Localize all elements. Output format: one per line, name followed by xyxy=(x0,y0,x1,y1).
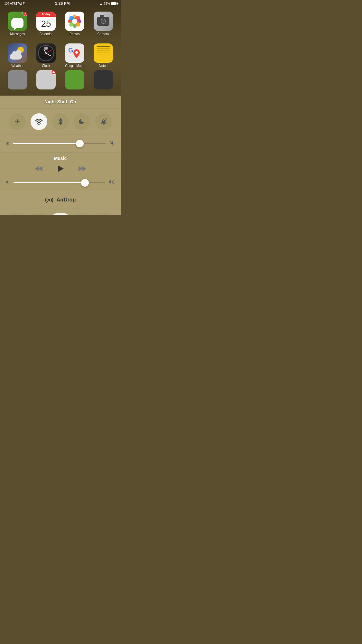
brightness-row: ☀ ☀ xyxy=(0,135,121,153)
camera-label: Camera xyxy=(97,32,109,36)
notes-lines xyxy=(97,46,110,56)
app-item-maps[interactable]: G Google Maps xyxy=(60,41,89,70)
messages-bubble xyxy=(11,18,23,28)
timer-button[interactable] xyxy=(31,213,47,215)
app-item-weather[interactable]: Weather xyxy=(3,41,32,70)
notes-line-3 xyxy=(97,50,110,51)
volume-slider[interactable] xyxy=(14,182,105,183)
volume-fill xyxy=(14,182,85,183)
partial-icon-1[interactable] xyxy=(8,70,27,89)
messages-label: Messages xyxy=(10,32,25,36)
weather-cloud xyxy=(10,54,22,60)
brightness-fill xyxy=(13,143,80,144)
app-item-messages[interactable]: 7 Messages xyxy=(3,9,32,38)
app-item-camera[interactable]: Camera xyxy=(89,9,117,38)
calculator-button[interactable] xyxy=(74,213,90,215)
svg-point-8 xyxy=(72,19,77,24)
airdrop-section[interactable]: AirDrop xyxy=(0,191,121,209)
clock-label: Clock xyxy=(42,64,50,68)
partial-badge: 22 xyxy=(51,70,56,75)
svg-marker-19 xyxy=(79,166,82,171)
svg-marker-21 xyxy=(6,180,8,184)
clock-face xyxy=(38,45,54,61)
brightness-thumb[interactable] xyxy=(76,140,84,147)
partial-icon-3[interactable] xyxy=(65,70,84,89)
messages-icon[interactable]: 7 xyxy=(8,12,27,31)
svg-point-12 xyxy=(38,124,40,125)
screen-brightness-button[interactable] xyxy=(52,213,69,215)
messages-badge: 7 xyxy=(23,12,27,16)
volume-min-icon xyxy=(5,180,10,186)
maps-icon[interactable]: G xyxy=(65,43,84,63)
play-button[interactable] xyxy=(56,164,65,174)
volume-max-icon xyxy=(108,179,116,186)
clock-icon[interactable] xyxy=(36,43,56,63)
rotation-lock-toggle[interactable] xyxy=(95,113,112,130)
time-display: 1:26 PM xyxy=(55,1,70,6)
calendar-month: Friday xyxy=(36,12,56,17)
photos-label: Photos xyxy=(70,32,79,36)
fast-forward-button[interactable] xyxy=(78,165,87,174)
night-shift-label: Night Shift: On xyxy=(44,99,76,104)
app-item-calendar[interactable]: Friday 25 Calendar xyxy=(32,9,60,38)
moon-icon xyxy=(78,118,86,126)
camera-lens xyxy=(101,19,106,24)
maps-svg: G xyxy=(65,43,84,63)
notes-line-1 xyxy=(97,46,110,47)
battery-fill xyxy=(111,2,116,5)
svg-marker-18 xyxy=(58,165,64,172)
music-controls xyxy=(5,164,116,174)
rotation-lock-icon xyxy=(100,118,107,126)
volume-row xyxy=(5,179,116,186)
toggle-row: ✈ xyxy=(0,109,121,135)
camera-icon[interactable] xyxy=(94,12,113,31)
flashlight-button[interactable] xyxy=(9,213,26,215)
notes-icon[interactable] xyxy=(94,43,113,63)
app-grid-row3-partial: 22 xyxy=(0,70,121,89)
partial-icon-2[interactable]: 22 xyxy=(36,70,56,89)
app-item-photos[interactable]: Photos xyxy=(60,9,89,38)
volume-high-svg xyxy=(108,179,116,185)
volume-thumb[interactable] xyxy=(81,179,89,187)
battery-icon xyxy=(111,2,117,5)
brightness-max-icon: ☀ xyxy=(109,139,116,148)
app-grid-row2: Weather xyxy=(0,38,121,70)
status-bar: -102 AT&T Wi-Fi 1:26 PM ▲ 99% xyxy=(0,0,121,6)
partial-app-2[interactable]: 22 xyxy=(32,70,60,89)
camera-shortcut-button[interactable] xyxy=(95,213,112,215)
partial-app-1[interactable] xyxy=(3,70,32,89)
svg-marker-22 xyxy=(109,180,111,184)
camera-body xyxy=(97,17,109,26)
airplane-mode-toggle[interactable]: ✈ xyxy=(9,113,26,130)
app-grid-row1: 7 Messages Friday 25 Calendar xyxy=(0,6,121,38)
bluetooth-toggle[interactable] xyxy=(52,113,69,130)
svg-rect-15 xyxy=(103,120,105,121)
do-not-disturb-toggle[interactable] xyxy=(74,113,90,130)
photos-icon[interactable] xyxy=(65,12,84,31)
wifi-toggle[interactable] xyxy=(31,113,47,130)
svg-marker-17 xyxy=(39,166,42,171)
fast-forward-icon xyxy=(78,165,87,173)
battery-percent: 99% xyxy=(104,2,110,5)
app-item-clock[interactable]: Clock xyxy=(32,41,60,70)
partial-icon-4[interactable] xyxy=(94,70,113,89)
brightness-slider[interactable] xyxy=(13,143,106,144)
music-section: Music xyxy=(0,153,121,191)
rewind-icon xyxy=(34,165,43,173)
location-icon: ▲ xyxy=(99,2,103,5)
partial-app-3[interactable] xyxy=(60,70,89,89)
partial-app-4[interactable] xyxy=(89,70,117,89)
svg-point-23 xyxy=(48,199,50,201)
calendar-icon[interactable]: Friday 25 xyxy=(36,12,56,31)
rewind-button[interactable] xyxy=(34,165,43,174)
app-item-notes[interactable]: Notes xyxy=(89,41,117,70)
maps-label: Google Maps xyxy=(65,64,84,68)
music-title: Music xyxy=(5,156,116,161)
weather-icon[interactable] xyxy=(8,43,27,63)
svg-point-11 xyxy=(75,51,78,54)
airplane-icon: ✈ xyxy=(14,117,20,126)
svg-text:G: G xyxy=(68,47,73,54)
notes-line-2 xyxy=(97,48,110,49)
airdrop-icon xyxy=(45,196,53,204)
weather-label: Weather xyxy=(12,64,24,68)
